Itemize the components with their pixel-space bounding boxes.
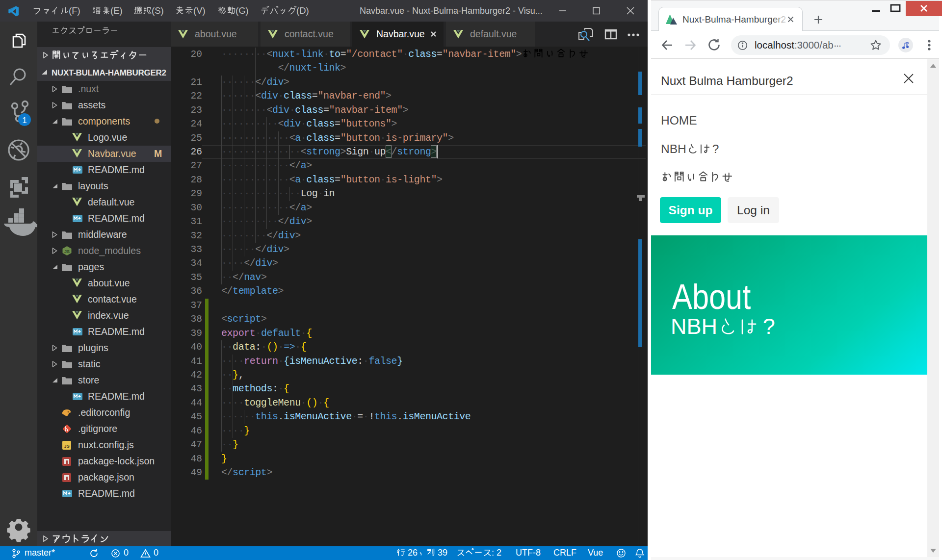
svg-text:JS: JS <box>64 443 70 449</box>
svg-text:1: 1 <box>22 116 26 125</box>
svg-text:JS: JS <box>64 249 70 254</box>
